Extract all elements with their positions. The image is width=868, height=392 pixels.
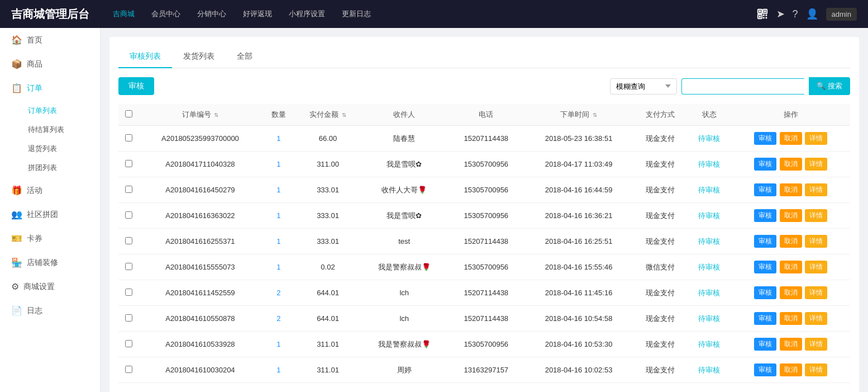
sort-icon-time[interactable]: ⇅ [593, 112, 597, 118]
sidebar-item-coupon[interactable]: 🎫 卡券 [0, 226, 100, 251]
row-checkbox-1[interactable] [125, 160, 132, 167]
detail-btn-0[interactable]: 详情 [805, 132, 827, 145]
user-icon[interactable]: 👤 [806, 8, 818, 20]
row-checkbox-4[interactable] [125, 237, 132, 244]
sidebar-item-decoration[interactable]: 🏪 店铺装修 [0, 251, 100, 275]
detail-btn-6[interactable]: 详情 [805, 286, 827, 299]
coupon-icon: 🎫 [11, 233, 22, 244]
audit-btn-5[interactable]: 审核 [754, 261, 776, 273]
layout: 🏠 首页 📦 商品 📋 订单 订单列表 待结算列表 退货列表 拼团列表 🎁 活动… [0, 28, 868, 392]
table-row: A2018041615555073 1 0.02 我是警察叔叔🌹 1530570… [118, 254, 850, 280]
sidebar-item-community[interactable]: 👥 社区拼团 [0, 202, 100, 226]
row-checkbox-5[interactable] [125, 263, 132, 270]
svg-rect-7 [765, 15, 767, 16]
row-checkbox-6[interactable] [125, 289, 132, 296]
row-checkbox-2[interactable] [125, 186, 132, 193]
detail-btn-9[interactable]: 详情 [805, 363, 827, 376]
row-checkbox-7[interactable] [125, 314, 132, 322]
row-checkbox-0[interactable] [125, 134, 132, 141]
fuzzy-select[interactable]: 模糊查询 订单编号 收件人 电话 [610, 78, 677, 95]
product-icon: 📦 [11, 59, 22, 69]
nav-link-fenxiao[interactable]: 分销中心 [190, 6, 233, 22]
nav-link-huiyuan[interactable]: 会员中心 [145, 6, 187, 22]
row-checkbox-9[interactable] [125, 366, 132, 373]
select-all-checkbox[interactable] [125, 110, 132, 117]
sidebar-sub-item-return[interactable]: 退货列表 [22, 139, 100, 158]
sidebar-item-settings[interactable]: ⚙ 商城设置 [0, 275, 100, 299]
audit-btn-4[interactable]: 审核 [754, 235, 776, 248]
tab-all[interactable]: 全部 [226, 46, 264, 68]
cancel-btn-6[interactable]: 取消 [780, 286, 802, 299]
tab-audit[interactable]: 审核列表 [118, 46, 172, 68]
detail-btn-1[interactable]: 详情 [805, 158, 827, 171]
nav-link-miniprogram[interactable]: 小程序设置 [282, 6, 332, 22]
cell-order-no: A2018041610030204 [139, 357, 262, 383]
detail-btn-2[interactable]: 详情 [805, 183, 827, 196]
audit-btn-3[interactable]: 审核 [754, 209, 776, 222]
qr-icon[interactable] [756, 8, 769, 20]
cancel-btn-8[interactable]: 取消 [780, 338, 802, 351]
qty-link-7[interactable]: 2 [276, 314, 280, 323]
toolbar-right: 模糊查询 订单编号 收件人 电话 🔍 搜索 [610, 77, 850, 95]
detail-btn-4[interactable]: 详情 [805, 235, 827, 248]
cancel-btn-4[interactable]: 取消 [780, 235, 802, 248]
cell-action: 审核 取消 详情 [731, 177, 850, 203]
sidebar-item-activity[interactable]: 🎁 活动 [0, 178, 100, 202]
nav-link-haoping[interactable]: 好评返现 [236, 6, 279, 22]
sidebar: 🏠 首页 📦 商品 📋 订单 订单列表 待结算列表 退货列表 拼团列表 🎁 活动… [0, 28, 101, 392]
audit-btn-2[interactable]: 审核 [754, 183, 776, 196]
sidebar-item-product[interactable]: 📦 商品 [0, 52, 100, 76]
cell-order-no: A2018041616363022 [139, 203, 262, 229]
qty-link-9[interactable]: 1 [276, 366, 280, 374]
send-icon[interactable]: ➤ [776, 8, 785, 20]
row-checkbox-8[interactable] [125, 340, 132, 347]
search-input[interactable] [681, 78, 804, 95]
qty-link-3[interactable]: 1 [276, 211, 280, 220]
detail-btn-7[interactable]: 详情 [805, 312, 827, 325]
sidebar-item-home[interactable]: 🏠 首页 [0, 28, 100, 52]
nav-link-jishangcheng[interactable]: 吉商城 [106, 6, 141, 22]
audit-button[interactable]: 审核 [118, 77, 154, 95]
qty-link-6[interactable]: 2 [276, 289, 280, 297]
detail-btn-5[interactable]: 详情 [805, 261, 827, 273]
cancel-btn-1[interactable]: 取消 [780, 158, 802, 171]
cell-status: 待审核 [688, 306, 731, 332]
sidebar-sub-item-group[interactable]: 拼团列表 [22, 158, 100, 177]
detail-btn-8[interactable]: 详情 [805, 338, 827, 351]
qty-link-5[interactable]: 1 [276, 263, 280, 271]
audit-btn-1[interactable]: 审核 [754, 158, 776, 171]
cell-amount: 333.01 [295, 177, 360, 203]
card: 审核列表 发货列表 全部 审核 模糊查询 订单编号 收件人 电话 🔍 [109, 37, 859, 392]
qty-link-4[interactable]: 1 [276, 237, 280, 245]
detail-btn-3[interactable]: 详情 [805, 209, 827, 222]
audit-btn-0[interactable]: 审核 [754, 132, 776, 145]
sidebar-sub-item-pending[interactable]: 待结算列表 [22, 120, 100, 139]
user-info[interactable]: admin [826, 8, 857, 21]
qty-link-0[interactable]: 1 [276, 134, 280, 143]
toolbar: 审核 模糊查询 订单编号 收件人 电话 🔍 搜索 [118, 77, 850, 95]
audit-btn-6[interactable]: 审核 [754, 286, 776, 299]
search-button[interactable]: 🔍 搜索 [809, 77, 850, 95]
qty-link-1[interactable]: 1 [276, 160, 280, 168]
sort-icon-amount[interactable]: ⇅ [342, 112, 346, 118]
cell-paytype: 微信支付 [633, 254, 688, 280]
qty-link-8[interactable]: 1 [276, 340, 280, 348]
cancel-btn-9[interactable]: 取消 [780, 363, 802, 376]
audit-btn-7[interactable]: 审核 [754, 312, 776, 325]
help-icon[interactable]: ? [793, 8, 798, 20]
nav-link-updates[interactable]: 更新日志 [335, 6, 378, 22]
audit-btn-8[interactable]: 审核 [754, 338, 776, 351]
cancel-btn-2[interactable]: 取消 [780, 183, 802, 196]
sidebar-item-log[interactable]: 📄 日志 [0, 299, 100, 323]
audit-btn-9[interactable]: 审核 [754, 363, 776, 376]
cancel-btn-0[interactable]: 取消 [780, 132, 802, 145]
qty-link-2[interactable]: 1 [276, 186, 280, 194]
sort-icon-orderno[interactable]: ⇅ [214, 112, 218, 118]
row-checkbox-3[interactable] [125, 211, 132, 219]
sidebar-sub-item-orderlist[interactable]: 订单列表 [22, 101, 100, 120]
cancel-btn-3[interactable]: 取消 [780, 209, 802, 222]
cancel-btn-5[interactable]: 取消 [780, 261, 802, 273]
sidebar-item-order[interactable]: 📋 订单 [0, 76, 100, 100]
tab-delivery[interactable]: 发货列表 [172, 46, 226, 68]
cancel-btn-7[interactable]: 取消 [780, 312, 802, 325]
